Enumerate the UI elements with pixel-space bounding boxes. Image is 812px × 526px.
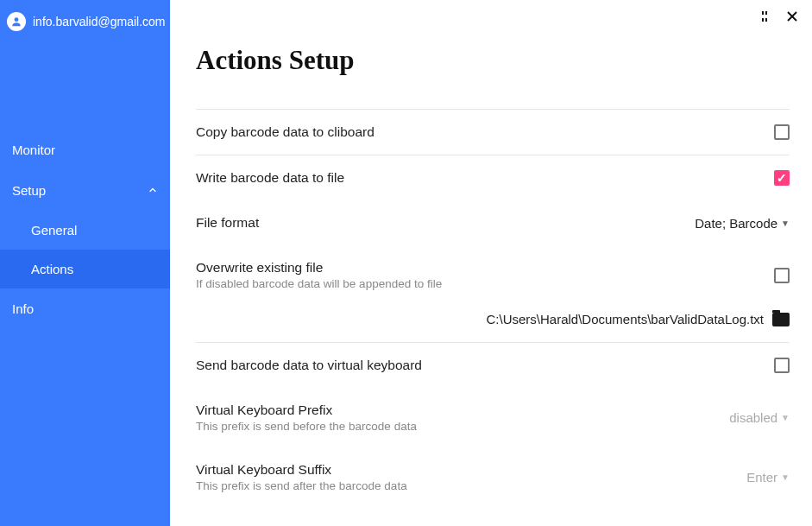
- folder-icon[interactable]: [772, 313, 790, 326]
- dropdown-value-text: Date; Barcode: [695, 216, 777, 231]
- dropdown-vk-prefix[interactable]: disabled ▼: [729, 410, 790, 425]
- svg-rect-28: [142, 502, 145, 514]
- main-content: Actions Setup Copy barcode data to clibo…: [170, 0, 812, 526]
- svg-rect-21: [110, 500, 111, 514]
- row-write-file: Write barcode data to file: [196, 155, 790, 200]
- chevron-up-icon: [148, 184, 158, 198]
- account-email: info.barvalid@gmail.com: [33, 15, 166, 29]
- svg-rect-2: [11, 497, 13, 514]
- sidebar-item-label: Monitor: [12, 143, 55, 157]
- svg-rect-3: [16, 486, 19, 514]
- svg-rect-11: [60, 469, 63, 514]
- page-title: Actions Setup: [196, 45, 790, 76]
- sidebar-nav: Monitor Setup General Actions Info: [0, 130, 170, 329]
- svg-point-0: [15, 17, 19, 22]
- svg-rect-19: [100, 498, 102, 514]
- svg-rect-17: [90, 495, 92, 514]
- svg-rect-8: [42, 474, 45, 514]
- account-icon: [7, 12, 26, 31]
- row-label: Copy barcode data to cliboard: [196, 124, 764, 140]
- row-virtual-keyboard: Send barcode data to virtual keyboard: [196, 342, 790, 388]
- row-sublabel: This prefix is send before the barcode d…: [196, 420, 719, 433]
- svg-rect-5: [26, 483, 28, 514]
- sidebar-item-label: General: [31, 223, 77, 238]
- sidebar-item-setup[interactable]: Setup: [0, 170, 170, 211]
- dropdown-file-format[interactable]: Date; Barcode ▼: [695, 216, 790, 231]
- chevron-down-icon: ▼: [781, 413, 790, 422]
- logo-text: barValid: [88, 463, 161, 485]
- svg-rect-16: [85, 498, 87, 514]
- row-label: Virtual Keyboard Prefix: [196, 402, 719, 418]
- svg-rect-4: [22, 493, 23, 514]
- sidebar-item-label: Info: [12, 301, 34, 316]
- app-root: info.barvalid@gmail.com Monitor Setup Ge…: [0, 0, 812, 526]
- dropdown-value-text: disabled: [729, 410, 777, 425]
- filepath-text: C:\Users\Harald\Documents\barValidDataLo…: [486, 312, 764, 326]
- sidebar-item-label: Actions: [31, 262, 73, 276]
- sidebar-item-label: Setup: [12, 183, 46, 198]
- sidebar-item-monitor[interactable]: Monitor: [0, 130, 170, 170]
- svg-rect-29: [148, 507, 149, 514]
- row-label: Virtual Keyboard Suffix: [196, 462, 736, 478]
- row-label: Write barcode data to file: [196, 170, 764, 186]
- restore-icon[interactable]: [757, 9, 772, 24]
- svg-rect-15: [79, 491, 83, 514]
- svg-rect-26: [133, 500, 135, 514]
- svg-rect-31: [157, 507, 159, 514]
- row-copy-clipboard: Copy barcode data to cliboard: [196, 109, 790, 155]
- svg-rect-27: [138, 505, 140, 514]
- sidebar-header: info.barvalid@gmail.com: [0, 0, 170, 43]
- svg-rect-7: [38, 490, 40, 514]
- brand-logo: barValid: [0, 452, 170, 519]
- row-sublabel: If disabled barcode data will be appende…: [196, 277, 764, 290]
- svg-rect-9: [47, 472, 52, 514]
- svg-rect-6: [31, 479, 35, 514]
- row-file-format: File format Date; Barcode ▼: [196, 200, 790, 245]
- window-controls: [757, 9, 800, 24]
- close-icon[interactable]: [784, 9, 800, 24]
- checkbox-overwrite[interactable]: [774, 268, 790, 283]
- svg-rect-18: [95, 491, 98, 514]
- svg-rect-12: [66, 479, 67, 514]
- dropdown-vk-suffix[interactable]: Enter ▼: [746, 470, 790, 485]
- row-label: Send barcode data to virtual keyboard: [196, 358, 764, 373]
- row-vk-prefix: Virtual Keyboard Prefix This prefix is s…: [196, 388, 790, 447]
- sidebar-item-actions[interactable]: Actions: [0, 250, 170, 288]
- row-label: File format: [196, 215, 684, 231]
- svg-rect-30: [152, 504, 154, 514]
- svg-rect-1: [7, 491, 9, 514]
- sidebar: info.barvalid@gmail.com Monitor Setup Ge…: [0, 0, 170, 526]
- svg-rect-14: [75, 495, 77, 514]
- svg-rect-20: [104, 495, 107, 514]
- sidebar-subnav-setup: General Actions: [0, 211, 170, 288]
- svg-rect-13: [70, 488, 72, 514]
- row-overwrite: Overwrite existing file If disabled barc…: [196, 245, 790, 305]
- row-vk-suffix: Virtual Keyboard Suffix This prefix is s…: [196, 447, 790, 507]
- chevron-down-icon: ▼: [781, 219, 790, 228]
- checkbox-virtual-keyboard[interactable]: [774, 358, 790, 373]
- chevron-down-icon: ▼: [781, 472, 790, 482]
- svg-rect-25: [129, 504, 130, 514]
- sidebar-item-general[interactable]: General: [0, 211, 170, 250]
- checkbox-write-file[interactable]: [774, 170, 790, 186]
- svg-rect-22: [114, 497, 116, 514]
- svg-rect-24: [123, 498, 126, 514]
- sidebar-item-info[interactable]: Info: [0, 288, 170, 329]
- row-sublabel: This prefix is send after the barcode da…: [196, 479, 736, 492]
- checkbox-copy-clipboard[interactable]: [774, 124, 790, 140]
- dropdown-value-text: Enter: [746, 470, 777, 485]
- svg-rect-23: [119, 502, 121, 514]
- svg-rect-10: [54, 478, 57, 514]
- row-filepath: C:\Users\Harald\Documents\barValidDataLo…: [196, 305, 790, 342]
- row-label: Overwrite existing file: [196, 260, 764, 276]
